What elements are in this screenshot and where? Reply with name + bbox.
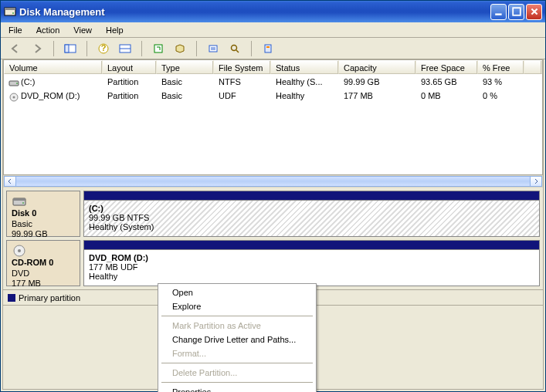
settings-button[interactable] — [205, 40, 222, 57]
content-area: Volume Layout Type File System Status Ca… — [2, 59, 544, 390]
table-row[interactable]: DVD_ROM (D:)PartitionBasicUDFHealthy177 … — [4, 88, 542, 102]
partition-color-bar — [83, 191, 540, 200]
svg-rect-11 — [154, 45, 162, 52]
help-button[interactable]: ? — [95, 40, 112, 57]
header-volume[interactable]: Volume — [4, 60, 103, 74]
search-button[interactable] — [226, 40, 243, 57]
menu-file[interactable]: File — [5, 24, 25, 36]
svg-point-20 — [13, 96, 15, 99]
header-filesystem[interactable]: File System — [214, 60, 271, 74]
disk-graphic: (C:)99.99 GB NTFSHealthy (System) — [83, 191, 540, 237]
context-menu-item[interactable]: Change Drive Letter and Paths... — [160, 333, 314, 346]
table-header-row: Volume Layout Type File System Status Ca… — [4, 60, 542, 74]
menu-separator — [161, 363, 313, 363]
svg-rect-4 — [513, 8, 521, 15]
svg-point-18 — [16, 83, 18, 84]
menu-view[interactable]: View — [70, 24, 95, 36]
partition-color-bar — [83, 240, 540, 249]
cd-icon — [12, 244, 27, 258]
hdd-icon — [8, 79, 19, 86]
table-row[interactable]: (C:)PartitionBasicNTFSHealthy (S...99.99… — [4, 74, 542, 88]
graphical-view: Disk 0Basic99.99 GBOnline(C:)99.99 GB NT… — [3, 188, 543, 289]
svg-point-13 — [232, 45, 237, 50]
partition-box[interactable]: DVD_ROM (D:)177 MB UDFHealthy — [83, 249, 540, 286]
context-menu-item: Mark Partition as Active — [160, 319, 314, 333]
svg-line-14 — [236, 50, 239, 52]
disk-graphic: DVD_ROM (D:)177 MB UDFHealthy — [83, 240, 540, 286]
scroll-left-button[interactable] — [4, 176, 16, 187]
console-tree-button[interactable] — [62, 40, 79, 57]
svg-rect-3 — [495, 13, 501, 15]
scroll-track[interactable] — [16, 176, 530, 187]
panel-button[interactable] — [117, 40, 134, 57]
rescan-button[interactable] — [171, 40, 188, 57]
legend-swatch-primary — [8, 294, 15, 302]
context-menu-item[interactable]: Properties — [160, 385, 314, 392]
maximize-button[interactable] — [508, 4, 524, 20]
disk-row: CD-ROM 0DVD177 MBOnlineDVD_ROM (D:)177 M… — [6, 240, 540, 286]
context-menu-item: Format... — [160, 346, 314, 360]
header-status[interactable]: Status — [271, 60, 339, 74]
cd-icon — [8, 93, 19, 100]
svg-point-2 — [12, 12, 14, 14]
svg-rect-15 — [265, 45, 271, 52]
hdd-icon — [12, 194, 27, 208]
disk-row: Disk 0Basic99.99 GBOnline(C:)99.99 GB NT… — [6, 191, 540, 237]
scroll-right-button[interactable] — [530, 176, 542, 187]
svg-rect-12 — [209, 46, 217, 52]
svg-point-25 — [18, 249, 21, 252]
context-menu-item: Delete Partition... — [160, 366, 314, 380]
table-body: (C:)PartitionBasicNTFSHealthy (S...99.99… — [4, 74, 542, 174]
minimize-button[interactable] — [490, 4, 507, 20]
close-button[interactable] — [526, 4, 542, 20]
forward-button[interactable] — [29, 40, 46, 57]
menu-separator — [161, 382, 313, 383]
window-title: Disk Management — [19, 6, 490, 18]
toolbar: ? — [1, 38, 545, 59]
header-capacity[interactable]: Capacity — [339, 60, 416, 74]
back-button[interactable] — [7, 40, 24, 57]
partition-box[interactable]: (C:)99.99 GB NTFSHealthy (System) — [83, 200, 540, 237]
menu-bar: File Action View Help — [1, 22, 545, 38]
context-menu-item[interactable]: Explore — [160, 299, 314, 313]
window: Disk Management File Action View Help ? — [0, 0, 546, 392]
context-menu: OpenExploreMark Partition as ActiveChang… — [158, 283, 317, 392]
header-type[interactable]: Type — [157, 60, 214, 74]
horizontal-scrollbar[interactable] — [3, 175, 543, 188]
svg-text:?: ? — [101, 43, 107, 52]
svg-rect-16 — [266, 46, 270, 48]
wizard-button[interactable] — [259, 40, 276, 57]
header-layout[interactable]: Layout — [103, 60, 157, 74]
refresh-button[interactable] — [150, 40, 167, 57]
header-pctfree[interactable]: % Free — [478, 60, 524, 74]
legend-label: Primary partition — [19, 293, 80, 302]
title-bar[interactable]: Disk Management — [1, 1, 545, 22]
volume-table: Volume Layout Type File System Status Ca… — [3, 59, 543, 175]
svg-rect-1 — [5, 8, 15, 10]
svg-rect-6 — [65, 45, 69, 52]
menu-action[interactable]: Action — [33, 24, 63, 36]
disk-label[interactable]: CD-ROM 0DVD177 MBOnline — [6, 240, 80, 286]
svg-point-23 — [22, 202, 24, 204]
header-spacer — [524, 60, 542, 74]
app-icon — [4, 5, 16, 18]
menu-separator — [161, 316, 313, 316]
svg-rect-22 — [13, 198, 25, 201]
disk-label[interactable]: Disk 0Basic99.99 GBOnline — [6, 191, 80, 237]
menu-help[interactable]: Help — [103, 24, 127, 36]
header-freespace[interactable]: Free Space — [416, 60, 478, 74]
context-menu-item[interactable]: Open — [160, 286, 314, 299]
